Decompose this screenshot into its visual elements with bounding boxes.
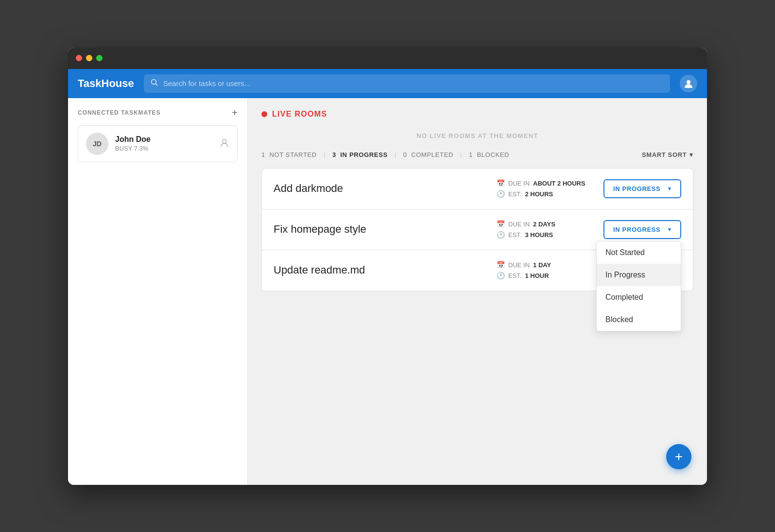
app-title: TaskHouse: [78, 77, 134, 90]
calendar-icon: 📅: [497, 261, 505, 269]
completed-count: 0: [403, 151, 407, 158]
blocked-stat: 1 BLOCKED: [469, 151, 509, 158]
dropdown-item-in-progress[interactable]: In Progress: [597, 264, 681, 286]
close-dot[interactable]: [76, 55, 82, 61]
est-label: EST.: [508, 190, 521, 198]
due-label: DUE IN: [508, 180, 530, 187]
calendar-icon: 📅: [497, 179, 505, 187]
sidebar: CONNECTED TASKMATES + JD John Doe BUSY 7…: [68, 98, 248, 485]
sidebar-header: CONNECTED TASKMATES +: [78, 108, 238, 118]
task-name: Update readme.md: [274, 264, 487, 276]
smart-sort-button[interactable]: SMART SORT ▾: [642, 151, 693, 158]
status-chevron-icon: ▾: [668, 226, 672, 233]
clock-icon: 🕐: [497, 190, 505, 198]
est-row: 🕐 EST. 2 HOURS: [497, 190, 594, 198]
avatar: JD: [86, 133, 108, 155]
clock-icon: 🕐: [497, 231, 505, 239]
sep-2: |: [395, 151, 396, 158]
not-started-stat: 1 NOT STARTED: [261, 151, 317, 158]
taskmate-card: JD John Doe BUSY 7.3%: [78, 125, 238, 162]
live-indicator: [261, 111, 267, 117]
task-list: Add darkmode 📅 DUE IN ABOUT 2 HOURS 🕐 ES…: [261, 168, 693, 291]
search-input[interactable]: [163, 79, 663, 87]
status-label: IN PROGRESS: [613, 185, 660, 192]
sep-1: |: [324, 151, 326, 158]
dropdown-item-not-started[interactable]: Not Started: [597, 241, 681, 264]
due-value: ABOUT 2 HOURS: [533, 180, 586, 187]
dropdown-item-completed[interactable]: Completed: [597, 286, 681, 309]
in-progress-label: IN PROGRESS: [340, 151, 387, 158]
est-value: 1 HOUR: [525, 272, 549, 279]
app-window: TaskHouse CONNECTED TASKMATES +: [68, 48, 707, 485]
window-controls: [76, 55, 103, 61]
calendar-icon: 📅: [497, 220, 505, 228]
dropdown-item-blocked[interactable]: Blocked: [597, 309, 681, 331]
task-name: Fix homepage style: [274, 223, 487, 236]
titlebar: [68, 48, 707, 69]
blocked-label: BLOCKED: [477, 151, 509, 158]
svg-line-1: [155, 84, 157, 86]
sort-chevron-icon: ▾: [689, 151, 693, 158]
taskmate-name: John Doe: [115, 135, 213, 144]
due-label: DUE IN: [508, 261, 530, 269]
blocked-count: 1: [469, 151, 473, 158]
status-dropdown-wrapper: IN PROGRESS ▾ Not Started In Progress Co…: [603, 220, 681, 239]
task-name: Add darkmode: [274, 182, 487, 195]
add-taskmate-button[interactable]: +: [232, 108, 238, 118]
in-progress-stat: 3 IN PROGRESS: [332, 151, 388, 158]
not-started-count: 1: [261, 151, 265, 158]
due-value: 2 DAYS: [533, 221, 555, 228]
est-value: 3 HOURS: [525, 231, 553, 239]
live-rooms-label: LIVE ROOMS: [272, 110, 327, 119]
due-row: 📅 DUE IN ABOUT 2 HOURS: [497, 179, 594, 187]
completed-stat: 0 COMPLETED: [403, 151, 453, 158]
no-live-rooms-message: NO LIVE ROOMS AT THE MOMENT: [261, 126, 693, 151]
maximize-dot[interactable]: [96, 55, 103, 61]
svg-point-2: [687, 80, 690, 84]
task-row: Fix homepage style 📅 DUE IN 2 DAYS 🕐 EST…: [261, 209, 693, 250]
smart-sort-label: SMART SORT: [642, 151, 687, 158]
est-value: 2 HOURS: [525, 190, 553, 198]
live-rooms-header: LIVE ROOMS: [261, 110, 693, 119]
user-avatar[interactable]: [680, 75, 697, 92]
status-label: IN PROGRESS: [613, 226, 660, 233]
task-row: Add darkmode 📅 DUE IN ABOUT 2 HOURS 🕐 ES…: [261, 168, 693, 209]
sidebar-section-label: CONNECTED TASKMATES: [78, 109, 160, 116]
minimize-dot[interactable]: [86, 55, 92, 61]
status-chevron-icon: ▾: [668, 186, 672, 192]
task-meta: 📅 DUE IN 1 DAY 🕐 EST. 1 HOUR: [497, 261, 594, 279]
search-icon: [151, 79, 158, 88]
sep-3: |: [460, 151, 462, 158]
taskmate-user-icon[interactable]: [220, 138, 229, 150]
due-value: 1 DAY: [533, 261, 551, 269]
est-label: EST.: [508, 231, 521, 239]
task-meta: 📅 DUE IN ABOUT 2 HOURS 🕐 EST. 2 HOURS: [497, 179, 594, 198]
completed-label: COMPLETED: [411, 151, 453, 158]
taskmate-status: BUSY 7.3%: [115, 145, 213, 152]
status-dropdown-menu: Not Started In Progress Completed Blocke…: [596, 241, 681, 331]
content-area: LIVE ROOMS NO LIVE ROOMS AT THE MOMENT 1…: [248, 98, 707, 485]
header: TaskHouse: [68, 69, 707, 98]
due-row: 📅 DUE IN 2 DAYS: [497, 220, 594, 228]
due-row: 📅 DUE IN 1 DAY: [497, 261, 594, 269]
task-meta: 📅 DUE IN 2 DAYS 🕐 EST. 3 HOURS: [497, 220, 594, 239]
main-layout: CONNECTED TASKMATES + JD John Doe BUSY 7…: [68, 98, 707, 485]
task-status-button[interactable]: IN PROGRESS ▾: [603, 179, 681, 198]
clock-icon: 🕐: [497, 272, 505, 279]
taskmate-info: John Doe BUSY 7.3%: [115, 135, 213, 152]
not-started-label: NOT STARTED: [269, 151, 316, 158]
in-progress-count: 3: [332, 151, 336, 158]
add-task-fab[interactable]: +: [666, 444, 691, 469]
est-row: 🕐 EST. 3 HOURS: [497, 231, 594, 239]
svg-point-3: [223, 139, 226, 143]
stats-bar: 1 NOT STARTED | 3 IN PROGRESS | 0 COMPLE…: [261, 151, 693, 158]
task-status-button[interactable]: IN PROGRESS ▾: [603, 220, 681, 239]
est-row: 🕐 EST. 1 HOUR: [497, 272, 594, 279]
due-label: DUE IN: [508, 221, 530, 228]
search-bar[interactable]: [144, 74, 670, 93]
est-label: EST.: [508, 272, 521, 279]
